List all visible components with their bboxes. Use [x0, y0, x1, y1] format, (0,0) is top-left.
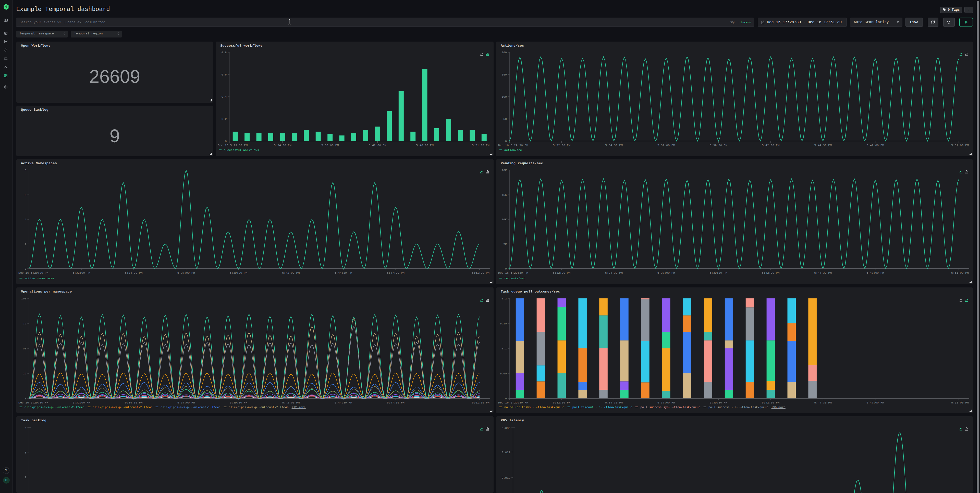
svg-text:5:39:30 PM: 5:39:30 PM	[710, 401, 727, 404]
svg-text:5:42:00 PM: 5:42:00 PM	[282, 271, 300, 274]
svg-text:0: 0	[505, 397, 507, 400]
svg-text:5:32:00 PM: 5:32:00 PM	[553, 401, 570, 404]
svg-text:5:44:30 PM: 5:44:30 PM	[814, 401, 832, 404]
svg-text:0.2: 0.2	[501, 297, 507, 300]
svg-text:5K: 5K	[503, 243, 507, 246]
svg-text:5:51:00 PM: 5:51:00 PM	[472, 401, 490, 404]
svg-text:0.038: 0.038	[501, 426, 511, 430]
svg-text:5:37:00 PM: 5:37:00 PM	[657, 401, 675, 404]
svg-text:5:39:30 PM: 5:39:30 PM	[710, 271, 727, 274]
svg-text:5:42:00 PM: 5:42:00 PM	[282, 401, 300, 404]
svg-text:0.2: 0.2	[221, 117, 227, 120]
svg-text:5:44:30 PM: 5:44:30 PM	[334, 271, 352, 274]
svg-text:6: 6	[25, 193, 27, 197]
svg-text:0.05: 0.05	[500, 372, 507, 375]
svg-text:0: 0	[25, 397, 27, 400]
svg-text:2: 2	[25, 243, 27, 246]
svg-text:5:42:00 PM: 5:42:00 PM	[762, 401, 780, 404]
svg-text:0.019: 0.019	[501, 476, 511, 479]
svg-text:5:39:30 PM: 5:39:30 PM	[230, 271, 247, 274]
svg-text:5:34:30 PM: 5:34:30 PM	[605, 271, 623, 274]
svg-text:5:51:00 PM: 5:51:00 PM	[472, 144, 490, 147]
svg-text:5:46:00 PM: 5:46:00 PM	[416, 144, 434, 147]
svg-text:5:34:30 PM: 5:34:30 PM	[125, 401, 143, 404]
svg-text:Dec 16 5:29:30 PM: Dec 16 5:29:30 PM	[18, 271, 48, 274]
svg-text:200: 200	[501, 51, 507, 54]
svg-text:5:44:30 PM: 5:44:30 PM	[814, 271, 832, 274]
svg-text:Dec 16 5:29:30 PM: Dec 16 5:29:30 PM	[498, 401, 528, 404]
svg-text:0.6: 0.6	[221, 73, 227, 76]
svg-text:Dec 16 5:29:30 PM: Dec 16 5:29:30 PM	[498, 144, 528, 147]
svg-text:20K: 20K	[501, 169, 507, 172]
svg-text:75: 75	[23, 322, 27, 325]
svg-text:5:32:00 PM: 5:32:00 PM	[553, 144, 570, 147]
svg-text:15K: 15K	[501, 193, 507, 197]
svg-text:5:44:30 PM: 5:44:30 PM	[334, 401, 352, 404]
svg-text:Dec 16 5:29:30 PM: Dec 16 5:29:30 PM	[18, 401, 48, 404]
svg-text:5:42:00 PM: 5:42:00 PM	[762, 271, 780, 274]
svg-text:5:34:30 PM: 5:34:30 PM	[125, 271, 143, 274]
svg-text:5:42:00 PM: 5:42:00 PM	[762, 144, 780, 147]
svg-text:4: 4	[25, 426, 27, 430]
svg-text:5:47:00 PM: 5:47:00 PM	[866, 144, 884, 147]
svg-text:100: 100	[21, 297, 27, 300]
svg-text:8: 8	[25, 169, 27, 172]
svg-text:2: 2	[25, 476, 27, 479]
svg-text:100: 100	[501, 95, 507, 98]
svg-text:0.8: 0.8	[221, 51, 227, 54]
svg-text:5:34:30 PM: 5:34:30 PM	[605, 144, 623, 147]
svg-text:5:32:00 PM: 5:32:00 PM	[553, 271, 570, 274]
svg-text:5:51:00 PM: 5:51:00 PM	[951, 271, 969, 274]
svg-text:5:32:00 PM: 5:32:00 PM	[73, 401, 90, 404]
svg-text:10K: 10K	[501, 218, 507, 221]
svg-text:5:39:30 PM: 5:39:30 PM	[230, 401, 247, 404]
svg-text:5:34:00 PM: 5:34:00 PM	[274, 144, 291, 147]
svg-text:0: 0	[505, 139, 507, 143]
svg-text:5:51:00 PM: 5:51:00 PM	[951, 401, 969, 404]
svg-text:5:38:00 PM: 5:38:00 PM	[321, 144, 339, 147]
svg-text:0.1: 0.1	[501, 347, 507, 350]
svg-text:0: 0	[505, 267, 507, 270]
svg-text:5:37:00 PM: 5:37:00 PM	[657, 271, 675, 274]
svg-text:5:34:30 PM: 5:34:30 PM	[605, 401, 623, 404]
svg-text:Dec 16 5:29:30 PM: Dec 16 5:29:30 PM	[498, 271, 528, 274]
svg-text:5:37:00 PM: 5:37:00 PM	[657, 144, 675, 147]
svg-text:0.4: 0.4	[221, 95, 227, 98]
svg-text:5:37:00 PM: 5:37:00 PM	[177, 271, 195, 274]
svg-text:Dec 16 5:29:30 PM: Dec 16 5:29:30 PM	[218, 144, 248, 147]
svg-text:50: 50	[23, 347, 27, 350]
svg-text:5:51:00 PM: 5:51:00 PM	[951, 144, 969, 147]
svg-text:0.15: 0.15	[500, 322, 507, 325]
svg-text:25: 25	[23, 372, 27, 375]
svg-text:5:44:30 PM: 5:44:30 PM	[814, 144, 832, 147]
svg-text:5:42:00 PM: 5:42:00 PM	[369, 144, 386, 147]
svg-text:5:47:00 PM: 5:47:00 PM	[866, 401, 884, 404]
svg-text:0: 0	[225, 139, 227, 143]
svg-text:0: 0	[25, 267, 27, 270]
svg-text:50: 50	[503, 117, 507, 120]
svg-text:3: 3	[25, 451, 27, 454]
svg-text:5:47:00 PM: 5:47:00 PM	[387, 271, 404, 274]
svg-text:5:51:00 PM: 5:51:00 PM	[472, 271, 490, 274]
svg-text:5:32:00 PM: 5:32:00 PM	[73, 271, 90, 274]
svg-text:150: 150	[501, 73, 507, 76]
svg-text:5:39:30 PM: 5:39:30 PM	[710, 144, 727, 147]
svg-text:5:47:00 PM: 5:47:00 PM	[866, 271, 884, 274]
svg-text:0.029: 0.029	[501, 451, 511, 454]
svg-text:5:47:00 PM: 5:47:00 PM	[387, 401, 404, 404]
svg-text:5:37:00 PM: 5:37:00 PM	[177, 401, 195, 404]
svg-text:4: 4	[25, 218, 27, 221]
